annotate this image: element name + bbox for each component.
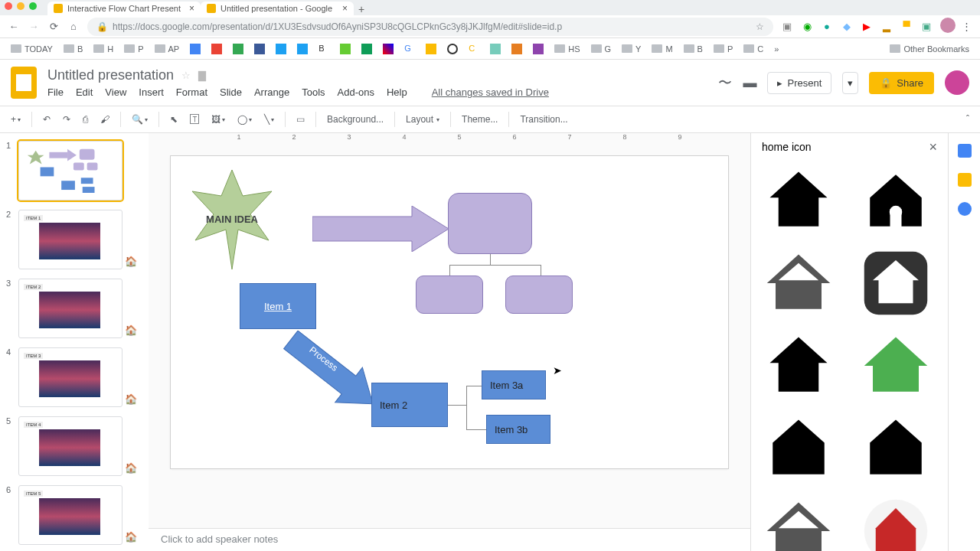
slide-thumbnail[interactable]: ITEM 1🏠 [18, 210, 122, 269]
bookmark[interactable]: HS [551, 43, 583, 55]
home-icon[interactable]: ⌂ [67, 21, 80, 32]
slide-thumbnail[interactable]: ITEM 3🏠 [18, 347, 122, 407]
shape-rect-item3a[interactable]: Item 3a [482, 370, 546, 399]
shape-rect-item1[interactable]: Item 1 [240, 283, 316, 329]
new-slide-button[interactable]: +▾ [6, 111, 25, 128]
line-tool[interactable]: ╲▾ [260, 111, 279, 128]
bookmarks-overflow[interactable]: » [774, 44, 779, 54]
bookmark[interactable]: B [60, 43, 86, 55]
share-button[interactable]: 🔒 Share [869, 72, 934, 94]
forward-icon[interactable]: → [28, 21, 40, 32]
bookmark[interactable]: C [740, 43, 766, 55]
reload-icon[interactable]: ⟳ [47, 21, 60, 32]
image-result[interactable] [756, 493, 841, 551]
comment-tool[interactable]: ▭ [292, 111, 309, 128]
zoom-button[interactable]: 🔍▾ [127, 111, 152, 128]
slide-thumbnail[interactable] [18, 141, 122, 201]
shape-process-arrow[interactable]: Process [279, 331, 387, 415]
slide-thumbnail[interactable]: ITEM 2🏠 [18, 279, 122, 338]
menu-insert[interactable]: Insert [139, 86, 164, 98]
layout-button[interactable]: Layout▾ [401, 111, 444, 128]
bookmark[interactable]: G [401, 42, 418, 56]
undo-button[interactable]: ↶ [38, 111, 55, 128]
browser-tab[interactable]: Untitled presentation - Google × [201, 2, 354, 15]
url-input[interactable]: 🔒 https://docs.google.com/presentation/d… [87, 18, 773, 36]
close-icon[interactable]: × [342, 3, 348, 14]
extension-icon[interactable]: ▣ [781, 21, 793, 32]
back-icon[interactable]: ← [8, 21, 20, 32]
bookmark[interactable]: Y [619, 43, 644, 55]
close-icon[interactable]: × [189, 3, 194, 14]
save-status[interactable]: All changes saved in Drive [432, 86, 549, 98]
image-result[interactable] [756, 328, 841, 404]
shape-rect-item3b[interactable]: Item 3b [486, 415, 550, 444]
star-icon[interactable]: ☆ [181, 70, 191, 81]
present-button[interactable]: ▸ Present [767, 72, 831, 94]
bookmark[interactable] [273, 42, 289, 56]
menu-edit[interactable]: Edit [76, 86, 93, 98]
star-icon[interactable]: ☆ [756, 21, 764, 32]
transition-button[interactable]: Transition... [515, 111, 572, 128]
tasks-icon[interactable] [958, 202, 972, 216]
doc-title[interactable]: Untitled presentation [47, 67, 174, 83]
select-tool[interactable]: ⬉ [165, 111, 182, 128]
speaker-notes[interactable]: Click to add speaker notes [149, 528, 750, 551]
folder-icon[interactable]: ▇ [198, 70, 206, 81]
account-avatar[interactable] [945, 70, 969, 95]
bookmark[interactable]: C [466, 42, 482, 56]
extension-icon[interactable]: ▣ [920, 21, 933, 32]
menu-view[interactable]: View [105, 86, 126, 98]
window-controls[interactable] [5, 2, 37, 10]
collapse-toolbar-icon[interactable]: ˆ [962, 111, 974, 128]
bookmark[interactable]: B [315, 42, 332, 56]
menu-tools[interactable]: Tools [302, 86, 325, 98]
extension-icon[interactable]: ● [821, 21, 833, 32]
other-bookmarks[interactable]: Other Bookmarks [887, 43, 972, 55]
bookmark[interactable]: AP [152, 43, 183, 55]
bookmark[interactable] [508, 42, 525, 56]
background-button[interactable]: Background... [322, 111, 388, 128]
browser-tab[interactable]: Interactive Flow Chart Present × [47, 2, 201, 15]
image-result[interactable] [853, 328, 939, 404]
shape-tool[interactable]: ◯▾ [233, 111, 256, 128]
close-icon[interactable]: × [929, 139, 937, 155]
menu-slide[interactable]: Slide [220, 86, 242, 98]
bookmark[interactable]: P [121, 43, 146, 55]
redo-button[interactable]: ↷ [58, 111, 75, 128]
bookmark[interactable] [251, 42, 268, 56]
bookmark[interactable] [187, 42, 204, 56]
bookmark[interactable] [337, 42, 354, 56]
slide-thumbnail[interactable]: ITEM 4🏠 [18, 416, 122, 476]
avatar-icon[interactable] [940, 18, 952, 35]
extension-icon[interactable]: ◆ [841, 21, 853, 32]
image-tool[interactable]: 🖼▾ [207, 111, 230, 128]
shape-star[interactable]: MAIN IDEA [186, 170, 278, 269]
image-result[interactable] [756, 245, 841, 321]
slides-logo-icon[interactable] [11, 67, 37, 99]
extension-icon[interactable]: ▶ [861, 21, 873, 32]
extension-icon[interactable]: ◉ [801, 21, 813, 32]
new-tab-button[interactable]: + [354, 3, 369, 15]
bookmark[interactable]: B [681, 43, 706, 55]
slide[interactable]: MAIN IDEA Item 1 Process Item 2 Item 3a [171, 156, 728, 468]
bookmark[interactable] [380, 42, 397, 56]
bookmark[interactable]: M [648, 43, 675, 55]
bookmark[interactable] [294, 42, 311, 56]
bookmark[interactable] [423, 42, 439, 56]
bookmark[interactable] [230, 42, 247, 56]
calendar-icon[interactable] [958, 144, 972, 158]
extension-icon[interactable]: ▂ [880, 21, 893, 32]
image-result[interactable] [853, 410, 939, 487]
image-result[interactable] [853, 162, 939, 239]
bookmark[interactable] [530, 42, 547, 56]
menu-file[interactable]: File [47, 86, 64, 98]
image-result[interactable] [756, 162, 841, 239]
activity-icon[interactable]: 〜 [718, 73, 732, 92]
bookmark[interactable] [487, 42, 504, 56]
bookmark[interactable] [444, 42, 461, 56]
comments-icon[interactable]: ▬ [743, 75, 756, 91]
bookmark[interactable]: P [710, 43, 736, 55]
shape-rect-item2[interactable]: Item 2 [371, 383, 448, 427]
shape-rounded-rect[interactable] [416, 276, 483, 314]
keep-icon[interactable] [958, 173, 972, 187]
